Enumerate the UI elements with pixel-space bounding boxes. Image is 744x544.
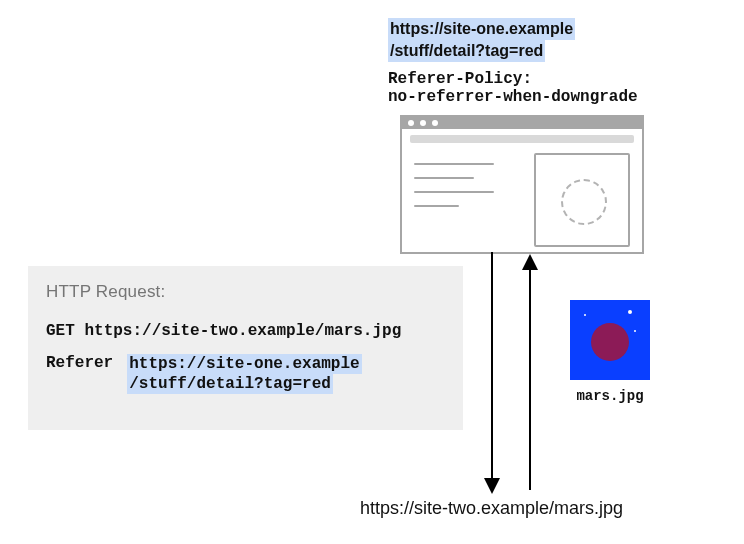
content-lines-icon [414,163,504,219]
referer-value-line2: /stuff/detail?tag=red [127,374,333,394]
http-request-line: GET https://site-two.example/mars.jpg [46,322,445,340]
diagram-canvas: https://site-one.example /stuff/detail?t… [0,0,744,544]
page-url-line1: https://site-one.example [388,18,575,40]
mars-thumbnail-icon [570,300,650,380]
http-referer-header: Referer https://site-one.example /stuff/… [46,354,445,394]
resource-url: https://site-two.example/mars.jpg [360,498,623,519]
referrer-policy-line1: Referer-Policy: [388,70,532,88]
http-request-box: HTTP Request: GET https://site-two.examp… [28,266,463,430]
referer-value-line1: https://site-one.example [127,354,361,374]
browser-window-icon [400,115,644,254]
referrer-policy: Referer-Policy: no-referrer-when-downgra… [388,70,638,106]
http-request-label: HTTP Request: [46,282,445,302]
mars-filename: mars.jpg [570,388,650,404]
referer-header-name: Referer [46,354,113,372]
image-placeholder-icon [534,153,630,247]
browser-titlebar-icon [402,117,642,129]
page-url: https://site-one.example /stuff/detail?t… [388,18,575,62]
referrer-policy-line2: no-referrer-when-downgrade [388,88,638,106]
browser-urlbar-icon [410,135,634,143]
page-url-line2: /stuff/detail?tag=red [388,40,545,62]
